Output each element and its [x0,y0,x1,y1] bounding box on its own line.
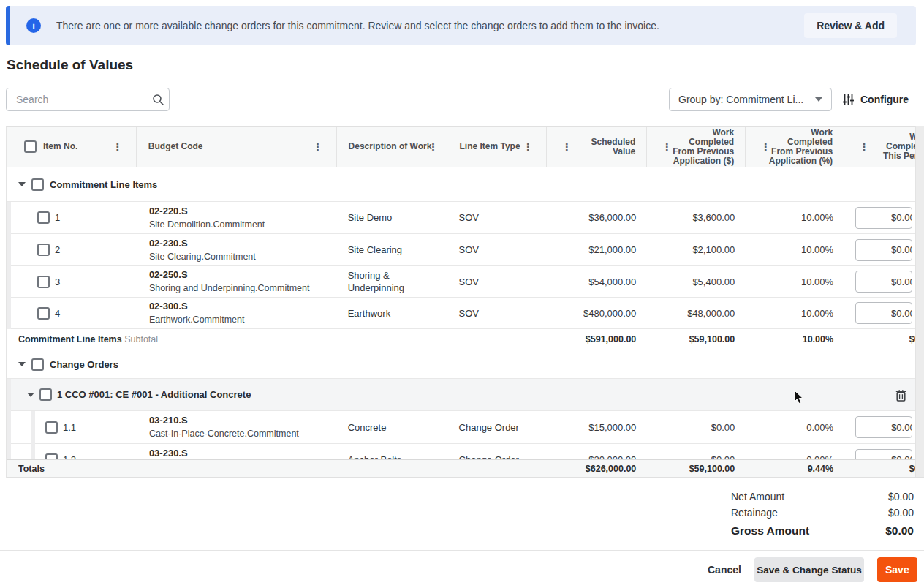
search-box[interactable] [6,88,170,111]
save-button[interactable]: Save [877,557,917,582]
info-banner: i There are one or more available change… [6,6,916,45]
net-amount-value: $0.00 [888,491,914,502]
banner-message: There are one or more available change o… [56,20,659,31]
column-menu-icon[interactable]: ⋮ [760,142,770,152]
commitment-subtotal-row: Commitment Line Items Subtotal $591,000.… [7,329,924,350]
net-amount-label: Net Amount [731,491,784,502]
row-checkbox[interactable] [37,276,50,288]
configure-label: Configure [860,94,909,105]
gross-amount-value: $0.00 [885,524,914,538]
subgroup-cco-001[interactable]: 1 CCO #001: CE #001 - Additional Concret… [7,379,924,411]
col-budget-code[interactable]: Budget Code ⋮ [137,127,337,167]
group-checkbox[interactable] [31,358,44,371]
indent-guide [7,379,11,459]
totals-row: Totals $626,000.00 $59,100.00 9.44% $0.0… [7,459,924,478]
indent-guide [31,411,35,459]
col-scheduled-value[interactable]: ⋮ Scheduled Value [547,127,647,167]
cancel-button[interactable]: Cancel [708,557,741,582]
column-menu-icon[interactable]: ⋮ [428,142,438,152]
column-menu-icon[interactable]: ⋮ [859,142,869,152]
search-icon [152,94,164,106]
collapse-icon[interactable] [18,182,26,186]
select-all-checkbox[interactable] [24,140,37,153]
table-row[interactable]: 3 02-250.SShoring and Underpinning.Commi… [7,266,924,298]
table-header-row: Item No. ⋮ Budget Code ⋮ Description of … [7,127,924,167]
work-completed-input[interactable] [855,449,912,460]
column-menu-icon[interactable]: ⋮ [561,142,572,152]
table-row-clipped[interactable]: 1.2 03-230.S Anchor Bolts Change Order $… [7,444,924,459]
delete-icon[interactable] [895,389,906,402]
table-row[interactable]: 2 02-230.SSite Clearing.Commitment Site … [7,234,924,266]
work-completed-input[interactable] [855,416,912,438]
retainage-label: Retainage [731,507,778,519]
work-completed-input[interactable] [855,271,912,293]
group-change-orders[interactable]: Change Orders [7,350,924,379]
gross-amount-label: Gross Amount [731,524,809,538]
row-checkbox[interactable] [37,307,50,320]
group-by-value: Group by: Commitment Li... [678,94,803,105]
column-menu-icon[interactable]: ⋮ [313,142,323,152]
table-row[interactable]: 1.1 03-210.SCast-In-Place-Concrete.Commi… [7,411,924,444]
group-by-select[interactable]: Group by: Commitment Li... [669,88,832,111]
save-change-status-button[interactable]: Save & Change Status [754,557,864,582]
collapse-icon[interactable] [27,393,34,397]
col-line-item-type[interactable]: Line Item Type ⋮ [447,127,547,167]
column-menu-icon[interactable]: ⋮ [662,142,672,152]
retainage-value: $0.00 [888,507,914,519]
indent-guide [7,202,11,329]
col-work-this-period[interactable]: ⋮ Work Completed This Period ($) [844,127,924,167]
group-commitment-line-items[interactable]: Commitment Line Items [7,167,924,202]
page-title: Schedule of Values [7,57,133,73]
chevron-down-icon [815,97,822,102]
col-description[interactable]: Description of Work ⋮ [337,127,448,167]
col-work-prev-dollar[interactable]: ⋮ Work Completed From Previous Applicati… [647,127,746,167]
group-checkbox[interactable] [39,388,52,401]
tune-icon [842,94,855,106]
group-checkbox[interactable] [31,178,44,191]
info-icon: i [26,18,41,33]
collapse-icon[interactable] [18,362,26,366]
work-completed-input[interactable] [855,302,912,324]
row-checkbox[interactable] [45,421,58,434]
vertical-scrollbar[interactable] [915,126,924,477]
table-row[interactable]: 1 02-220.SSite Demolition.Commitment Sit… [7,202,924,234]
table-row[interactable]: 4 02-300.SEarthwork.Commitment Earthwork… [7,298,924,329]
configure-button[interactable]: Configure [842,88,909,111]
column-menu-icon[interactable]: ⋮ [113,142,123,152]
col-work-prev-pct[interactable]: ⋮ Work Completed From Previous Applicati… [746,127,844,167]
row-checkbox[interactable] [37,211,50,224]
invoice-summary: Net Amount$0.00 Retainage$0.00 Gross Amo… [731,489,914,540]
column-menu-icon[interactable]: ⋮ [523,142,533,152]
row-checkbox[interactable] [37,244,50,256]
review-add-button[interactable]: Review & Add [804,13,897,38]
footer-divider [0,550,924,551]
mouse-cursor [794,390,804,404]
search-input[interactable] [7,88,145,110]
schedule-of-values-table: Item No. ⋮ Budget Code ⋮ Description of … [6,126,924,478]
col-item-no[interactable]: Item No. ⋮ [7,127,137,167]
work-completed-input[interactable] [855,239,912,261]
work-completed-input[interactable] [855,207,912,229]
row-checkbox[interactable] [45,453,58,459]
